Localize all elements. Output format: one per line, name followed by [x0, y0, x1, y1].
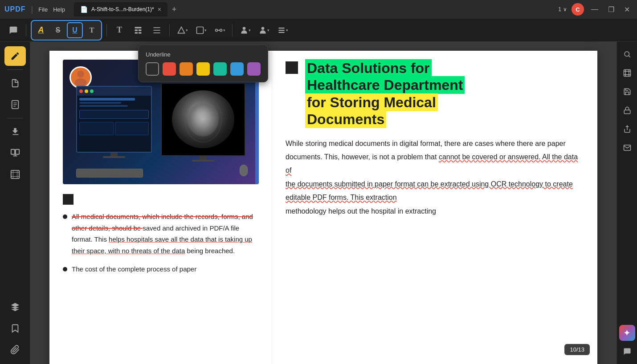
- sidebar-pages[interactable]: [4, 95, 26, 114]
- color-swatch-red-dark[interactable]: [163, 62, 176, 76]
- bullet-item-1: All medical documents, which include the…: [63, 211, 258, 256]
- stamp-btn[interactable]: ▾: [256, 22, 272, 38]
- right-ocr[interactable]: [619, 65, 635, 81]
- color-swatch-blue[interactable]: [230, 62, 244, 76]
- svg-point-13: [261, 27, 264, 30]
- svg-rect-2: [139, 29, 142, 31]
- sidebar-annotate[interactable]: [4, 46, 26, 66]
- app-logo: UPDF: [4, 5, 26, 13]
- svg-point-28: [77, 71, 84, 77]
- underlined-body-1: cannot be covered or answered. All the d…: [286, 153, 578, 174]
- svg-rect-31: [624, 70, 630, 77]
- color-swatch-orange[interactable]: [180, 62, 193, 76]
- svg-rect-1: [135, 29, 138, 31]
- sidebar-sep2: [7, 118, 23, 118]
- sidebar-sep1: [7, 69, 23, 70]
- minimize-btn[interactable]: —: [588, 5, 601, 13]
- list-btn[interactable]: [149, 22, 165, 38]
- right-share[interactable]: [619, 121, 635, 137]
- pdf-right-column: Data Solutions for Healthcare Department…: [272, 51, 597, 364]
- shape-btn[interactable]: ▾: [174, 22, 190, 38]
- svg-rect-16: [278, 32, 285, 32]
- title-bar-right: 1 ∨ C — ❐ ✕: [558, 3, 633, 16]
- right-chat[interactable]: [619, 344, 635, 360]
- svg-point-30: [625, 52, 629, 57]
- svg-rect-3: [135, 32, 138, 33]
- sidebar-layers[interactable]: [4, 297, 26, 317]
- color-swatch-teal[interactable]: [213, 62, 227, 76]
- svg-rect-23: [11, 170, 19, 178]
- bullet-dot-2: [63, 267, 67, 271]
- table-btn[interactable]: [130, 22, 146, 38]
- tab-container: 📄 A-Shift-to-S...n-Burden(1)* × +: [74, 2, 176, 16]
- sep2: [106, 24, 107, 36]
- toolbar: A S U T T ▾ ▾ ▾ ▾ ▾ ▾: [0, 19, 637, 42]
- right-search[interactable]: [619, 46, 635, 62]
- heading-line4: Documents: [305, 110, 386, 128]
- svg-marker-8: [178, 27, 184, 33]
- title-bar: UPDF | File Help 📄 A-Shift-to-S...n-Burd…: [0, 0, 637, 19]
- right-mail[interactable]: [619, 140, 635, 156]
- svg-point-12: [242, 27, 245, 30]
- svg-rect-32: [624, 110, 630, 113]
- user-avatar[interactable]: C: [572, 3, 584, 16]
- bullet-dot-1: [63, 214, 67, 219]
- tab-close-btn[interactable]: ×: [158, 6, 161, 13]
- comment-btn[interactable]: [5, 22, 21, 38]
- connector-btn[interactable]: ▾: [212, 22, 228, 38]
- close-btn[interactable]: ✕: [621, 5, 633, 14]
- right-lock[interactable]: [619, 102, 635, 118]
- color-swatch-yellow[interactable]: [196, 62, 210, 76]
- sidebar-bookmark[interactable]: [4, 319, 26, 338]
- arrow-btn[interactable]: ▾: [193, 22, 209, 38]
- color-swatches: [146, 62, 261, 76]
- svg-rect-4: [139, 32, 142, 33]
- right-save[interactable]: [619, 84, 635, 100]
- svg-rect-0: [135, 27, 142, 28]
- underlined-body-2: the documents submitted in paper format …: [286, 180, 573, 201]
- bullet-text-2: The cost of the complete process of pape…: [72, 263, 196, 275]
- left-sidebar: [0, 42, 30, 364]
- text-color-btn[interactable]: T: [84, 22, 100, 38]
- page-nav[interactable]: 1 ∨: [558, 6, 567, 12]
- sidebar-attach[interactable]: [4, 340, 26, 360]
- sep4: [232, 24, 233, 36]
- main-area: All medical documents, which include the…: [0, 42, 637, 364]
- font-btn[interactable]: T: [111, 22, 127, 38]
- svg-rect-21: [11, 150, 14, 154]
- pdf-area[interactable]: All medical documents, which include the…: [30, 42, 617, 364]
- heading-line1: Data Solutions for: [305, 59, 432, 77]
- color-popup: Underline: [138, 44, 268, 82]
- sidebar-merge[interactable]: [4, 143, 26, 163]
- strikethrough-btn[interactable]: S: [50, 22, 66, 38]
- underline-btn[interactable]: U: [67, 22, 83, 38]
- svg-rect-6: [154, 30, 160, 31]
- person-btn[interactable]: ▾: [237, 22, 253, 38]
- maximize-btn[interactable]: ❐: [605, 5, 617, 14]
- menu-help[interactable]: Help: [53, 6, 65, 13]
- profile-circle: [69, 66, 92, 89]
- color-swatch-outline[interactable]: [146, 62, 159, 76]
- tab-title: A-Shift-to-S...n-Burden(1)*: [91, 6, 154, 12]
- svg-point-29: [74, 78, 86, 86]
- bullet-item-2: The cost of the complete process of pape…: [63, 263, 258, 275]
- menu-file[interactable]: File: [38, 6, 48, 13]
- bullet-list: All medical documents, which include the…: [63, 211, 258, 275]
- tab-add-btn[interactable]: +: [172, 5, 177, 14]
- highlight-btn[interactable]: A: [33, 22, 49, 38]
- svg-point-10: [215, 29, 217, 31]
- bullet-text-1: All medical documents, which include the…: [72, 211, 258, 256]
- tab-active[interactable]: 📄 A-Shift-to-S...n-Burden(1)* ×: [74, 2, 167, 16]
- color-swatch-purple[interactable]: [247, 62, 261, 76]
- more-btn[interactable]: ▾: [274, 22, 290, 38]
- svg-rect-14: [278, 28, 285, 28]
- svg-rect-5: [154, 27, 160, 28]
- svg-rect-15: [278, 29, 285, 30]
- sidebar-export[interactable]: [4, 122, 26, 142]
- svg-rect-22: [15, 150, 19, 154]
- sep3: [169, 24, 170, 36]
- sep1: [26, 24, 26, 36]
- sidebar-edit[interactable]: [4, 73, 26, 93]
- sidebar-ocr[interactable]: [4, 165, 26, 184]
- right-ai[interactable]: ✦: [619, 325, 635, 341]
